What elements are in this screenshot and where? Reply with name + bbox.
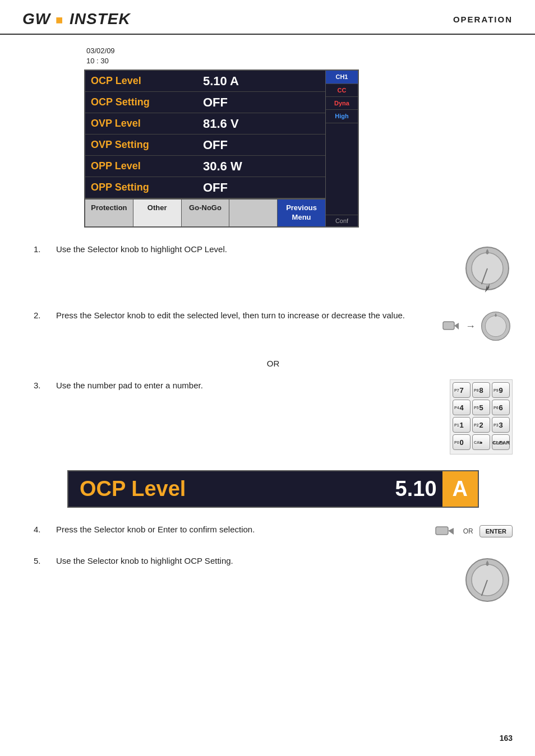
ocp-level-display: OCP Level 5.10 A — [67, 470, 479, 508]
selector-knob-1 — [462, 243, 513, 294]
instruction-1: 1. Use the Selector knob to highlight OC… — [34, 243, 513, 294]
opp-setting-value: OFF — [203, 180, 320, 195]
ovp-level-value: 81.6 V — [203, 117, 320, 131]
panel-row-ocp-level: OCP Level 5.10 A — [85, 71, 325, 92]
panel-row-opp-level: OPP Level 30.6 W — [85, 156, 325, 177]
datetime: 03/02/09 10 : 30 — [84, 46, 359, 66]
panel-row-ocp-setting: OCP Setting OFF — [85, 92, 325, 113]
numpad-key-2[interactable]: P22 — [472, 417, 490, 433]
numpad-key-8[interactable]: P88 — [472, 382, 490, 398]
ovp-setting-value: OFF — [203, 138, 320, 152]
numpad: P77 P88 P99 P44 P55 P66 P11 P22 P33 — [450, 379, 513, 454]
step-3-image: P77 P88 P99 P44 P55 P66 P11 P22 P33 — [450, 379, 513, 454]
enter-arrow-icon — [435, 523, 457, 539]
page-header: GW ■ INSTEK OPERATION — [0, 0, 535, 35]
step-5-number: 5. — [34, 555, 56, 565]
opp-setting-label: OPP Setting — [91, 182, 203, 193]
step-2-number: 2. — [34, 309, 56, 320]
panel-row-ovp-setting: OVP Setting OFF — [85, 134, 325, 156]
numpad-key-6[interactable]: P66 — [492, 400, 510, 415]
selector-knob-5 — [462, 555, 513, 605]
sidebar-conf: Conf — [326, 215, 358, 226]
instructions: 1. Use the Selector knob to highlight OC… — [22, 243, 513, 605]
menu-empty — [229, 200, 278, 226]
step-4-image: OR ENTER — [435, 523, 513, 539]
instruction-4: 4. Press the Selector knob or Enter to c… — [34, 523, 513, 539]
svg-marker-8 — [448, 528, 454, 535]
numpad-key-1[interactable]: P11 — [453, 417, 471, 433]
ocp-label-big: OCP Level — [68, 471, 390, 507]
sidebar-cc: CC — [326, 84, 358, 97]
step-3-number: 3. — [34, 379, 56, 390]
step-5-image — [462, 555, 513, 605]
numpad-key-4[interactable]: P44 — [453, 400, 471, 415]
menu-protection[interactable]: Protection — [85, 200, 133, 226]
step-5-text: Use the Selector knob to highlight OCP S… — [56, 555, 451, 568]
menu-other[interactable]: Other — [133, 200, 182, 226]
sidebar-ch1: CH1 — [326, 71, 358, 84]
sidebar-dyna: Dyna — [326, 97, 358, 110]
numpad-key-9[interactable]: P99 — [492, 382, 510, 398]
step-4-number: 4. — [34, 523, 56, 534]
step-4-text: Press the Selector knob or Enter to conf… — [56, 523, 423, 536]
ocp-setting-label: OCP Setting — [91, 96, 203, 108]
step-2-text: Press the Selector knob to edit the sele… — [56, 309, 431, 322]
numpad-key-clear[interactable]: LOCKCLEAR — [492, 434, 510, 450]
panel-row-opp-setting: OPP Setting OFF — [85, 177, 325, 198]
numpad-row-1: P77 P88 P99 — [453, 382, 510, 398]
numpad-row-2: P44 P55 P66 — [453, 400, 510, 415]
instruction-5: 5. Use the Selector knob to highlight OC… — [34, 555, 513, 605]
opp-level-value: 30.6 W — [203, 159, 320, 174]
logo-text: GW ■ INSTEK — [22, 10, 131, 28]
page-number: 163 — [500, 734, 513, 743]
or-divider: OR — [34, 359, 513, 368]
ovp-level-label: OVP Level — [91, 118, 203, 129]
ocp-setting-value: OFF — [203, 95, 320, 110]
ocp-level-label: OCP Level — [91, 75, 203, 87]
numpad-row-4: P00 CAL• LOCKCLEAR — [453, 434, 510, 450]
step-3-text: Use the number pad to enter a number. — [56, 379, 439, 392]
numpad-key-0[interactable]: P00 — [453, 434, 471, 450]
menu-bar: Protection Other Go-NoGo PreviousMenu — [85, 198, 325, 226]
numpad-key-7[interactable]: P77 — [453, 382, 471, 398]
numpad-key-dot[interactable]: CAL• — [472, 434, 490, 450]
menu-gonogo[interactable]: Go-NoGo — [182, 200, 230, 226]
svg-marker-4 — [454, 323, 459, 330]
instruction-3: 3. Use the number pad to enter a number.… — [34, 379, 513, 454]
step-1-text: Use the Selector knob to highlight OCP L… — [56, 243, 451, 256]
page-content: 03/02/09 10 : 30 OCP Level 5.10 A OCP Se… — [0, 35, 535, 632]
panel-box: OCP Level 5.10 A OCP Setting OFF OVP Lev… — [84, 69, 359, 228]
numpad-key-5[interactable]: P55 — [472, 400, 490, 415]
enter-button[interactable]: ENTER — [479, 525, 513, 537]
ocp-level-value: 5.10 A — [203, 74, 320, 89]
numpad-row-3: P11 P22 P33 — [453, 417, 510, 433]
menu-previous[interactable]: PreviousMenu — [278, 200, 325, 226]
instruction-2: 2. Press the Selector knob to edit the s… — [34, 309, 513, 343]
or-label: OR — [463, 527, 473, 535]
panel-main: OCP Level 5.10 A OCP Setting OFF OVP Lev… — [85, 71, 325, 226]
svg-rect-3 — [443, 322, 454, 330]
ovp-setting-label: OVP Setting — [91, 139, 203, 151]
sidebar-high: High — [326, 110, 358, 123]
panel-sidebar: CH1 CC Dyna High Conf — [325, 71, 358, 226]
opp-level-label: OPP Level — [91, 160, 203, 172]
ocp-value-big: 5.10 — [390, 471, 442, 507]
selector-knob-2 — [479, 309, 513, 343]
ocp-unit-highlight: A — [442, 471, 478, 507]
section-title: OPERATION — [453, 10, 513, 24]
sidebar-spacer — [326, 123, 358, 215]
panel-row-ovp-level: OVP Level 81.6 V — [85, 113, 325, 134]
press-icon — [442, 318, 462, 334]
svg-point-6 — [485, 316, 506, 336]
numpad-key-3[interactable]: P33 — [492, 417, 510, 433]
svg-rect-7 — [436, 527, 448, 535]
display-panel: 03/02/09 10 : 30 OCP Level 5.10 A OCP Se… — [84, 46, 359, 228]
step-1-image — [462, 243, 513, 294]
step-2-image: → — [442, 309, 513, 343]
step-1-number: 1. — [34, 243, 56, 254]
